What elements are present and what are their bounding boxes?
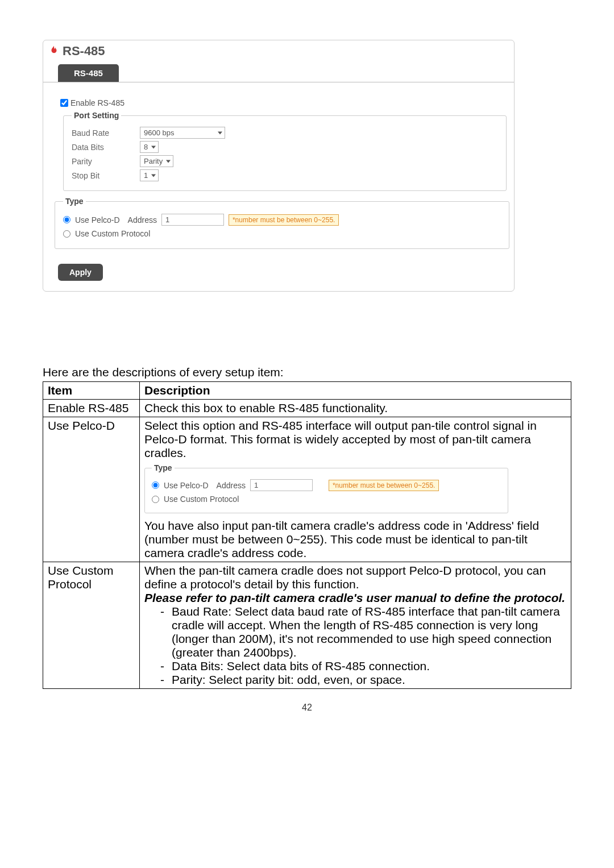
flame-icon — [49, 45, 59, 57]
intro-text: Here are the descriptions of every setup… — [43, 366, 571, 379]
enable-rs485-label: Enable RS-485 — [70, 98, 125, 107]
list-item: Data Bits: Select data bits of RS-485 co… — [160, 659, 566, 673]
stop-bit-label: Stop Bit — [72, 171, 140, 180]
tab-bar: RS-485 — [43, 64, 514, 82]
parity-select[interactable]: Parity — [140, 155, 173, 167]
inner-type-legend: Type — [152, 463, 175, 472]
inner-use-pelco-d-radio[interactable] — [152, 481, 159, 489]
desc-emphasis: Please refer to pan-tilt camera cradle's… — [144, 591, 566, 605]
stop-bit-select[interactable]: 1 — [140, 169, 159, 181]
baud-rate-label: Baud Rate — [72, 128, 140, 138]
use-pelco-d-label: Use Pelco-D — [75, 215, 120, 225]
data-bits-select[interactable]: 8 — [140, 141, 159, 153]
item-cell: Enable RS-485 — [43, 400, 140, 417]
baud-rate-select[interactable]: 9600 bps — [140, 127, 225, 139]
use-custom-protocol-label: Use Custom Protocol — [75, 229, 150, 238]
stop-bit-value: 1 — [144, 171, 148, 180]
data-bits-label: Data Bits — [72, 143, 140, 152]
use-custom-protocol-radio[interactable] — [63, 230, 70, 238]
parity-value: Parity — [144, 157, 163, 165]
chevron-down-icon — [151, 174, 156, 177]
description-table: Item Description Enable RS-485 Check thi… — [43, 381, 571, 689]
desc-cell: When the pan-tilt camera cradle does not… — [140, 562, 571, 689]
inner-type-fieldset: Type Use Pelco-D Address *number must be… — [144, 463, 508, 513]
list-item: Baud Rate: Select data baud rate of RS-4… — [160, 605, 566, 659]
parity-label: Parity — [72, 157, 140, 166]
address-label: Address — [128, 215, 157, 225]
desc-paragraph: Select this option and RS-485 interface … — [144, 419, 566, 460]
apply-button[interactable]: Apply — [58, 264, 103, 281]
port-setting-fieldset: Port Setting Baud Rate 9600 bps Data Bit… — [63, 111, 507, 191]
list-item: Parity: Select parity bit: odd, even, or… — [160, 673, 566, 687]
item-cell: Use Custom Protocol — [43, 562, 140, 689]
port-setting-legend: Port Setting — [72, 111, 121, 120]
inner-address-label: Address — [217, 481, 246, 490]
rs485-config-panel: RS-485 RS-485 Enable RS-485 Port Setting… — [43, 40, 515, 292]
desc-bullet-list: Baud Rate: Select data baud rate of RS-4… — [144, 605, 566, 687]
data-bits-value: 8 — [144, 143, 148, 151]
page-number: 42 — [43, 703, 571, 713]
chevron-down-icon — [151, 146, 156, 148]
table-row: Enable RS-485 Check this box to enable R… — [43, 400, 571, 417]
address-warning: *number must be between 0~255. — [229, 214, 339, 226]
desc-cell: Check this box to enable RS-485 function… — [140, 400, 571, 417]
inner-address-warning: *number must be between 0~255. — [329, 480, 439, 491]
header-description: Description — [140, 382, 571, 400]
inner-address-input[interactable] — [250, 479, 313, 491]
header-item: Item — [43, 382, 140, 400]
chevron-down-icon — [218, 131, 222, 134]
type-fieldset: Type Use Pelco-D Address *number must be… — [55, 197, 509, 249]
desc-paragraph: You have also input pan-tilt camera crad… — [144, 519, 566, 560]
panel-header: RS-485 — [43, 40, 514, 61]
inner-use-custom-protocol-label: Use Custom Protocol — [164, 495, 239, 504]
baud-rate-value: 9600 bps — [144, 128, 175, 137]
desc-paragraph: When the pan-tilt camera cradle does not… — [144, 564, 566, 591]
tab-rs485[interactable]: RS-485 — [58, 64, 119, 82]
inner-use-custom-protocol-radio[interactable] — [152, 496, 159, 503]
address-input[interactable] — [161, 214, 224, 226]
desc-cell: Select this option and RS-485 interface … — [140, 417, 571, 562]
table-row: Use Pelco-D Select this option and RS-48… — [43, 417, 571, 562]
table-row: Use Custom Protocol When the pan-tilt ca… — [43, 562, 571, 689]
panel-title: RS-485 — [63, 44, 105, 59]
inner-use-pelco-d-label: Use Pelco-D — [164, 481, 209, 490]
enable-rs485-checkbox[interactable] — [60, 99, 68, 107]
use-pelco-d-radio[interactable] — [63, 216, 70, 223]
item-cell: Use Pelco-D — [43, 417, 140, 562]
chevron-down-icon — [166, 160, 171, 163]
type-legend: Type — [63, 197, 86, 206]
